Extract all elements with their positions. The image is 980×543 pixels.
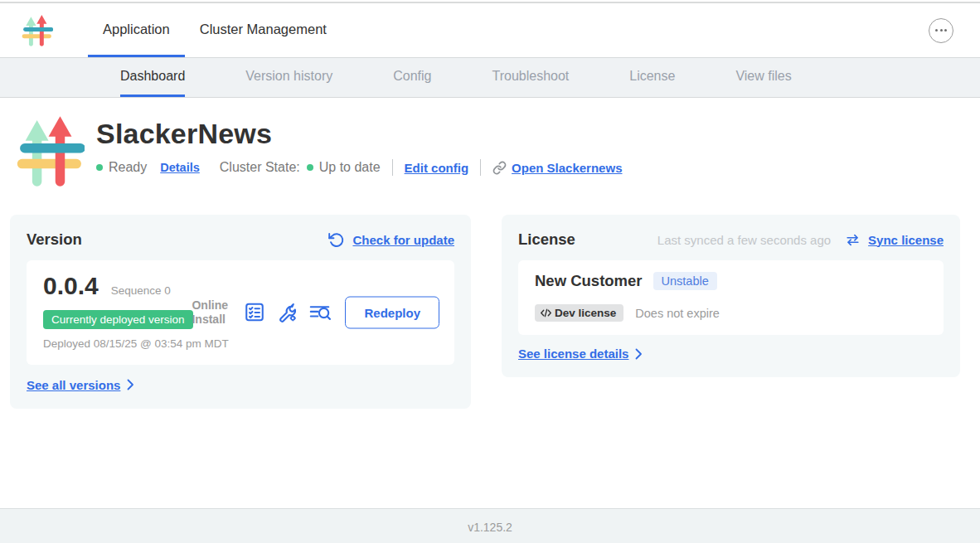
check-for-update-link[interactable]: Check for update — [352, 233, 454, 247]
see-license-details-link[interactable]: See license details — [518, 347, 628, 361]
header-tabs: Application Cluster Management — [88, 3, 342, 57]
tab-cluster-management[interactable]: Cluster Management — [185, 3, 342, 57]
sync-license-link[interactable]: Sync license — [868, 233, 944, 247]
license-expiry: Does not expire — [635, 307, 720, 320]
dashboard-cards: Version Check for update 0.0.4 Sequence … — [0, 215, 980, 409]
preflight-checklist-icon[interactable] — [243, 301, 266, 324]
tab-dashboard[interactable]: Dashboard — [120, 58, 185, 97]
version-card-title: Version — [27, 230, 82, 249]
tab-version-history[interactable]: Version history — [245, 58, 332, 97]
app-header-section: SlackerNews Ready Details Cluster State:… — [0, 98, 980, 187]
license-card: License Last synced a few seconds ago Sy… — [502, 215, 960, 377]
refresh-icon — [327, 231, 345, 249]
divider — [392, 159, 393, 176]
redeploy-button[interactable]: Redeploy — [345, 296, 439, 328]
cluster-state-dot — [307, 164, 313, 171]
cluster-state-text: Up to date — [319, 160, 381, 175]
last-synced-text: Last synced a few seconds ago — [657, 233, 831, 247]
app-status-text: Ready — [109, 160, 147, 175]
version-card: Version Check for update 0.0.4 Sequence … — [10, 215, 471, 409]
app-status-dot — [96, 164, 103, 171]
code-icon — [540, 308, 552, 318]
channel-badge: Unstable — [653, 272, 717, 290]
open-app-link[interactable]: Open Slackernews — [512, 161, 622, 175]
deployed-status-badge: Currently deployed version — [43, 310, 193, 329]
sync-arrows-icon — [845, 232, 861, 248]
see-all-versions-link[interactable]: See all versions — [27, 378, 120, 392]
license-panel: New Customer Unstable Dev license — [518, 260, 944, 335]
tab-config[interactable]: Config — [393, 58, 431, 97]
tab-application-label: Application — [103, 22, 170, 37]
chevron-right-icon — [635, 348, 643, 360]
customer-name: New Customer — [535, 272, 643, 290]
details-link[interactable]: Details — [160, 161, 200, 174]
footer: v1.125.2 — [0, 508, 980, 543]
external-link-chain-icon — [492, 161, 507, 175]
console-version: v1.125.2 — [468, 521, 512, 534]
sequence-label: Sequence 0 — [111, 284, 171, 297]
version-number: 0.0.4 — [43, 272, 99, 300]
tab-troubleshoot[interactable]: Troubleshoot — [492, 58, 569, 97]
tab-application[interactable]: Application — [88, 3, 185, 57]
app-logo-arrows-icon — [22, 13, 53, 48]
app-subnav: Dashboard Version history Config Trouble… — [0, 58, 980, 98]
deployed-timestamp: Deployed 08/15/25 @ 03:54 pm MDT — [43, 337, 242, 351]
install-type-label: Online Install — [192, 298, 233, 327]
app-logo — [0, 3, 53, 57]
ellipsis-icon — [935, 29, 938, 32]
tab-license[interactable]: License — [629, 58, 675, 97]
admin-console-page: Application Cluster Management Dashboard… — [0, 2, 980, 543]
chevron-right-icon — [127, 379, 134, 390]
cluster-state-label: Cluster State: — [220, 160, 300, 175]
tab-view-files[interactable]: View files — [735, 58, 791, 97]
app-icon-large — [17, 114, 85, 187]
config-wrench-icon[interactable] — [275, 301, 298, 324]
license-card-title: License — [518, 230, 575, 249]
view-logs-icon[interactable] — [308, 301, 331, 324]
divider — [480, 159, 481, 176]
tab-cluster-management-label: Cluster Management — [200, 22, 327, 37]
app-status-row: Ready Details Cluster State: Up to date … — [96, 159, 622, 176]
more-menu-button[interactable] — [929, 18, 953, 43]
license-type-badge: Dev license — [535, 304, 623, 322]
version-actions: Online Install — [192, 296, 439, 328]
edit-config-link[interactable]: Edit config — [405, 161, 469, 175]
page-title: SlackerNews — [96, 118, 622, 150]
header: Application Cluster Management — [0, 3, 980, 58]
current-version-panel: 0.0.4 Sequence 0 Currently deployed vers… — [27, 260, 454, 365]
